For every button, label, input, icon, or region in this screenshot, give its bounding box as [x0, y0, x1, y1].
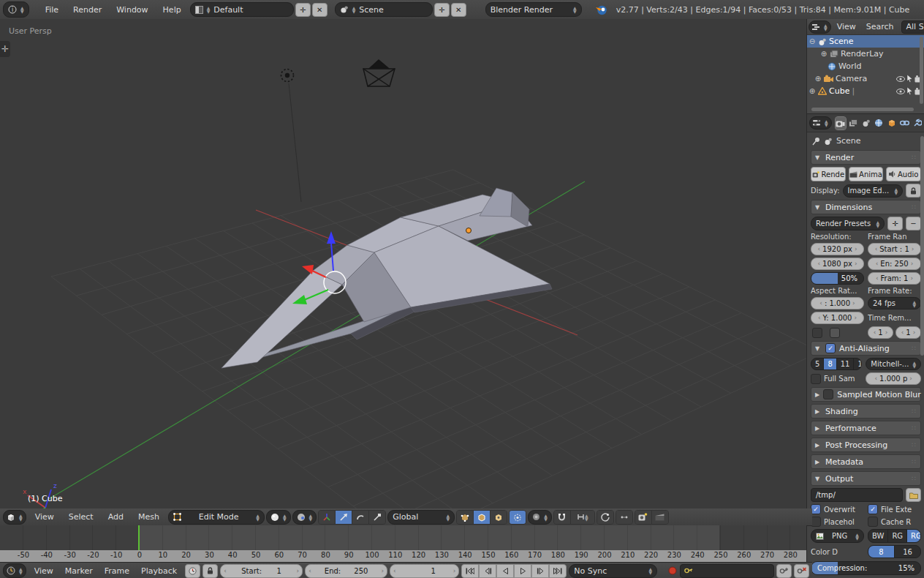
snap-magnet-button[interactable]	[554, 511, 571, 524]
end-frame-field[interactable]: ‹End:250›	[305, 564, 387, 578]
pin-icon[interactable]	[812, 137, 820, 146]
border-checkbox[interactable]	[812, 328, 822, 338]
collapsed-panel-header[interactable]: ▶Shading∷	[811, 404, 921, 419]
scene-selector[interactable]: ▲▼ Scene	[335, 2, 433, 17]
color-depth-group[interactable]: 8 16	[868, 545, 921, 558]
proportional-edit-selector[interactable]: ▲▼	[528, 510, 552, 525]
color-mode-group[interactable]: BW RG RGB	[868, 529, 921, 543]
frame-rate-dropdown[interactable]: 24 fps▲▼	[868, 297, 921, 309]
timeline-menu-item[interactable]: Frame	[99, 566, 135, 576]
editor-type-info-button[interactable]: i ▲▼	[3, 1, 29, 18]
render-panel-header[interactable]: ▼Render∷	[811, 150, 921, 165]
antialiasing-checkbox[interactable]: ✓	[825, 343, 836, 353]
aa-filter-dropdown[interactable]: Mitchell-...▲▼	[866, 358, 921, 370]
output-path-field[interactable]: /tmp/	[811, 488, 903, 502]
motion-blur-panel-header[interactable]: ▶ Sampled Motion Blur	[811, 387, 921, 402]
display-mode-selector[interactable]: All Sce	[901, 20, 924, 34]
add-scene-button[interactable]: ✛	[434, 3, 450, 17]
add-preset-button[interactable]: ✛	[887, 217, 903, 230]
timeline-menu-item[interactable]: View	[29, 566, 59, 576]
outliner-horizontal-scrollbar[interactable]	[811, 108, 914, 111]
vertex-select-button[interactable]	[457, 511, 474, 524]
file-format-dropdown[interactable]: PNG▲▼	[811, 529, 864, 543]
collapse-icon[interactable]: ⊖	[808, 37, 816, 45]
tab-scene[interactable]	[861, 117, 871, 130]
delete-layout-button[interactable]: ✕	[312, 3, 327, 17]
render-animation-button[interactable]: Anima	[849, 167, 884, 181]
start-frame-field[interactable]: ‹Start:1›	[220, 564, 303, 578]
outliner-row-renderlayers[interactable]: ⊕ RenderLay	[807, 48, 924, 60]
selectability-cursor-icon[interactable]	[906, 75, 913, 83]
editor-type-3dview-button[interactable]: ▲▼	[3, 510, 26, 525]
tab-render[interactable]	[836, 117, 846, 130]
remap-old-field[interactable]: ‹1›	[868, 326, 893, 339]
previous-keyframe-button[interactable]	[479, 564, 496, 578]
jump-to-start-button[interactable]	[461, 564, 479, 578]
viewport-menu-item[interactable]: Add	[101, 512, 131, 522]
lamp-object[interactable]	[281, 70, 302, 203]
topbar-menu-item[interactable]: Render	[66, 5, 109, 15]
camera-object[interactable]	[363, 60, 395, 86]
file-extensions-checkbox[interactable]: ✓	[868, 504, 878, 514]
airplane-mesh[interactable]	[221, 188, 552, 368]
aspect-y-field[interactable]: ‹Y: 1.000›	[811, 312, 864, 324]
full-sample-checkbox[interactable]	[811, 374, 821, 384]
timeline-menu-item[interactable]: Marker	[59, 566, 99, 576]
lock-interface-button[interactable]	[906, 184, 921, 198]
collapsed-panel-header[interactable]: ▶Performance∷	[811, 421, 921, 435]
playback-range-clock-button[interactable]	[185, 564, 200, 578]
x-arrow[interactable]	[302, 265, 314, 274]
remove-preset-button[interactable]: −	[906, 217, 921, 230]
limit-selection-visible-button[interactable]	[510, 511, 526, 524]
tab-object[interactable]	[887, 117, 897, 130]
play-reverse-button[interactable]	[496, 564, 514, 578]
topbar-menu-item[interactable]: Help	[156, 5, 189, 15]
editor-type-timeline-button[interactable]: ▲▼	[3, 563, 26, 578]
insert-keyframe-button[interactable]	[776, 564, 792, 578]
aa-samples-group[interactable]: 5 8 11 16	[811, 358, 862, 370]
mode-selector[interactable]: Edit Mode ▲▼	[168, 510, 265, 525]
snap-element-selector[interactable]: ▲▼	[571, 511, 594, 524]
selectability-cursor-icon[interactable]	[906, 87, 913, 95]
tab-world[interactable]	[874, 117, 884, 130]
timeline-menu-item[interactable]: Playback	[135, 566, 183, 576]
outliner-row-cube[interactable]: ⊕ Cube |	[807, 85, 924, 97]
remap-new-field[interactable]: ‹1›	[895, 326, 921, 339]
render-presets-dropdown[interactable]: Render Presets ▲▼	[811, 217, 885, 230]
next-keyframe-button[interactable]	[531, 564, 549, 578]
delete-scene-button[interactable]: ✕	[451, 3, 466, 17]
sync-mode-selector[interactable]: No Sync ▲▼	[569, 564, 657, 578]
timeline-editor[interactable]: -50-40-30-20-100102030405060708090100110…	[0, 525, 806, 562]
translate-manipulator-button[interactable]	[336, 511, 352, 524]
viewport-3d[interactable]: x z y User Persp (1) Cube ✛	[0, 19, 806, 508]
outliner-menu-item[interactable]: Search	[861, 22, 899, 31]
lock-frame-range-button[interactable]	[202, 564, 218, 578]
edge-select-button[interactable]	[474, 511, 491, 524]
viewport-menu-item[interactable]: View	[28, 512, 61, 522]
current-frame-field[interactable]: ‹1›	[390, 564, 459, 578]
timeline-ruler[interactable]: -50-40-30-20-100102030405060708090100110…	[0, 550, 806, 562]
render-engine-selector[interactable]: Blender Render ▲▼	[485, 2, 582, 17]
properties-scrollbar[interactable]	[920, 136, 924, 356]
viewport-shading-selector[interactable]: ▲▼	[266, 510, 291, 525]
motion-blur-checkbox[interactable]	[823, 389, 833, 399]
editor-type-properties-button[interactable]: ▲▼	[809, 116, 832, 130]
z-arrow[interactable]	[327, 231, 336, 244]
scale-manipulator-button[interactable]	[369, 511, 385, 524]
snap-peel-object-button[interactable]	[597, 511, 613, 524]
antialiasing-panel-header[interactable]: ▼ ✓ Anti-Aliasing∷	[811, 341, 921, 356]
expand-icon[interactable]: ⊕	[808, 87, 816, 95]
cache-result-checkbox[interactable]	[868, 517, 878, 527]
resolution-percentage-slider[interactable]: 50%	[811, 272, 864, 285]
viewport-menu-item[interactable]: Select	[61, 512, 101, 522]
tab-render-layers[interactable]	[848, 117, 858, 130]
aspect-x-field[interactable]: ‹: 1.000›	[811, 297, 864, 309]
expand-icon[interactable]: ⊕	[814, 75, 822, 83]
screen-layout-selector[interactable]: ▲▼ Default	[190, 2, 294, 17]
collapsed-panel-header[interactable]: ▶Post Processing∷	[811, 438, 921, 452]
editor-type-outliner-button[interactable]: ▲▼	[808, 20, 831, 34]
outliner-row-camera[interactable]: ⊕ Camera	[807, 72, 924, 85]
collapsed-panel-header[interactable]: ▶Metadata∷	[811, 454, 921, 469]
overwrite-checkbox[interactable]: ✓	[811, 504, 821, 514]
face-select-button[interactable]	[491, 511, 507, 524]
